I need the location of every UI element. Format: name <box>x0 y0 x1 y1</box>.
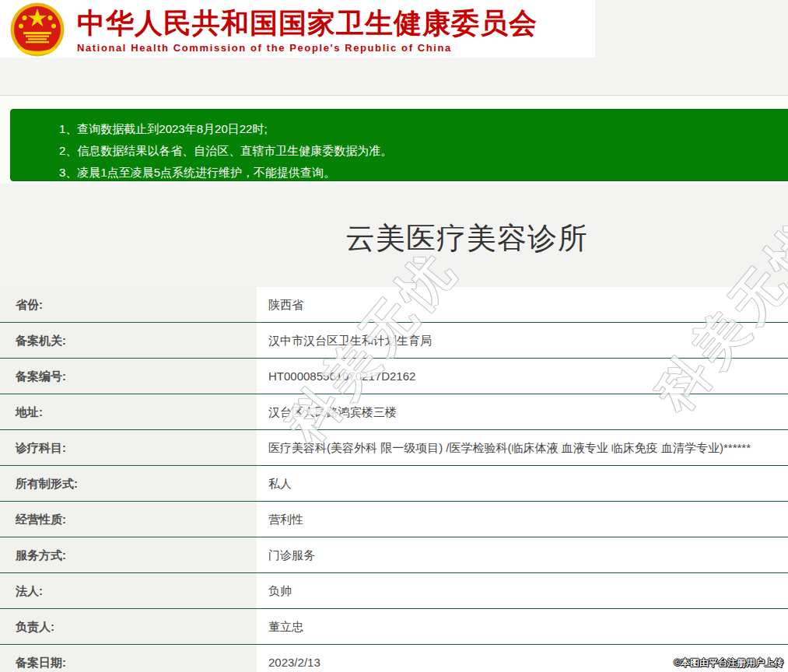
row-label: 备案编号: <box>0 359 257 394</box>
row-label: 经营性质: <box>0 502 257 537</box>
row-label: 诊疗科目: <box>0 430 257 465</box>
record-table: 省份: 陕西省 备案机关: 汉中市汉台区卫生和计划生育局 备案编号: HT000… <box>0 287 788 672</box>
notice-box: 1、查询数据截止到2023年8月20日22时; 2、信息数据结果以各省、自治区、… <box>10 109 788 181</box>
row-value: 门诊服务 <box>257 537 788 572</box>
table-row: 省份: 陕西省 <box>0 287 788 323</box>
row-value: 营利性 <box>257 502 788 537</box>
site-title-cn: 中华人民共和国国家卫生健康委员会 <box>77 9 538 38</box>
row-value: 董立忠 <box>257 609 788 644</box>
table-row: 服务方式: 门诊服务 <box>0 537 788 573</box>
notice-line-1: 1、查询数据截止到2023年8月20日22时; <box>59 118 788 140</box>
table-row: 地址: 汉台区人民路鸿宾楼三楼 <box>0 394 788 430</box>
table-row: 法人: 负帅 <box>0 573 788 609</box>
header-divider <box>0 58 788 96</box>
row-value: 汉台区人民路鸿宾楼三楼 <box>257 394 788 429</box>
notice-panel: 1、查询数据截止到2023年8月20日22时; 2、信息数据结果以各省、自治区、… <box>0 96 788 184</box>
row-label: 法人: <box>0 573 257 608</box>
row-label: 备案机关: <box>0 323 257 358</box>
row-value: 陕西省 <box>257 287 788 322</box>
row-value: 医疗美容科(美容外科 限一级项目) /医学检验科(临床体液 血液专业 临床免疫 … <box>257 430 788 465</box>
notice-line-2: 2、信息数据结果以各省、自治区、直辖市卫生健康委数据为准。 <box>59 140 788 162</box>
clinic-name-title: 云美医疗美容诊所 <box>0 219 788 258</box>
row-value: 负帅 <box>257 573 788 608</box>
record-section: 云美医疗美容诊所 省份: 陕西省 备案机关: 汉中市汉台区卫生和计划生育局 备案… <box>0 219 788 672</box>
row-label: 省份: <box>0 287 257 322</box>
row-label: 负责人: <box>0 609 257 644</box>
row-label: 服务方式: <box>0 537 257 572</box>
header-titles: 中华人民共和国国家卫生健康委员会 National Health Commiss… <box>77 0 538 54</box>
notice-line-3: 3、凌晨1点至凌晨5点系统进行维护，不能提供查询。 <box>59 162 788 184</box>
table-row: 经营性质: 营利性 <box>0 502 788 537</box>
upload-attribution-caption: ©本图由平台注册用户上传 <box>674 656 783 670</box>
row-label: 所有制形式: <box>0 466 257 501</box>
site-title-en: National Health Commission of the People… <box>77 42 538 54</box>
table-row: 备案日期: 2023/2/13 <box>0 645 788 672</box>
row-label: 备案日期: <box>0 645 257 672</box>
table-row: 诊疗科目: 医疗美容科(美容外科 限一级项目) /医学检验科(临床体液 血液专业… <box>0 430 788 466</box>
table-row: 备案机关: 汉中市汉台区卫生和计划生育局 <box>0 323 788 359</box>
site-header: 中华人民共和国国家卫生健康委员会 National Health Commiss… <box>0 0 595 58</box>
national-emblem-icon <box>7 2 68 58</box>
page: 中华人民共和国国家卫生健康委员会 National Health Commiss… <box>0 0 788 672</box>
row-label: 地址: <box>0 394 257 429</box>
row-value: 私人 <box>257 466 788 501</box>
row-value: 汉中市汉台区卫生和计划生育局 <box>257 323 788 358</box>
table-row: 备案编号: HT000085561070217D2162 <box>0 359 788 394</box>
row-value: HT000085561070217D2162 <box>257 359 788 394</box>
table-row: 所有制形式: 私人 <box>0 466 788 502</box>
table-row: 负责人: 董立忠 <box>0 609 788 645</box>
